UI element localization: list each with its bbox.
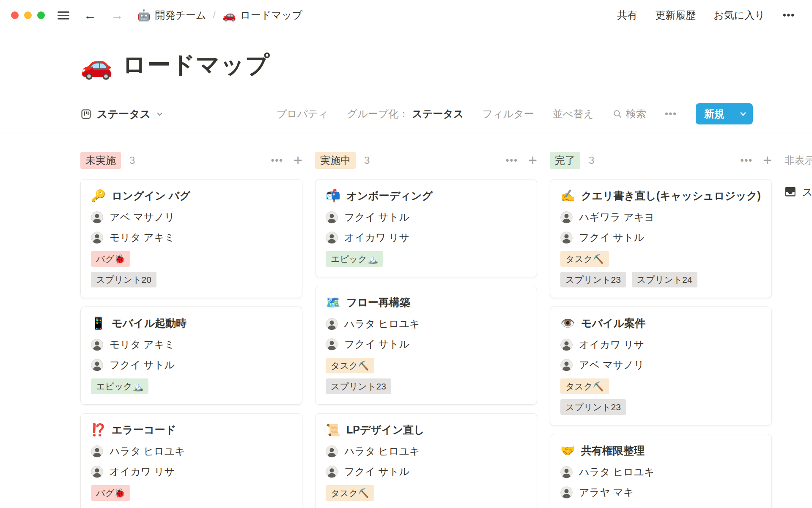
column-status-badge[interactable]: 未実施: [80, 152, 121, 169]
column-add-card-icon[interactable]: +: [294, 155, 302, 167]
tag-pill: スプリント20: [91, 272, 156, 287]
assignee: フクイ サトル: [326, 210, 527, 224]
assignee: フクイ サトル: [326, 465, 527, 478]
assignee-name: オイカワ リサ: [579, 338, 644, 351]
key-icon: 🔑: [91, 190, 106, 202]
tag-row: エピック🏔️: [326, 251, 527, 267]
hidden-group-no-status[interactable]: ステータスなし: [785, 184, 812, 199]
assignee-name: ハギワラ アキヨ: [579, 210, 655, 224]
tag-row: タスク⛏️: [560, 251, 761, 267]
assignee: オイカワ リサ: [326, 231, 527, 244]
new-button-chevron-icon[interactable]: [733, 103, 753, 124]
tag-pill: バグ🐞: [91, 485, 130, 501]
kanban-card[interactable]: 📱モバイル起動時モリタ アキミフクイ サトルエピック🏔️: [80, 306, 302, 405]
kanban-card[interactable]: 👁️モバイル案件オイカワ リサアベ マサノリタスク⛏️スプリント23: [550, 306, 772, 425]
breadcrumb: 🤖 開発チーム / 🚗 ロードマップ: [137, 8, 302, 22]
robot-icon: 🤖: [137, 9, 151, 22]
search-button[interactable]: 検索: [612, 107, 646, 121]
share-button[interactable]: 共有: [617, 8, 637, 22]
car-icon: 🚗: [222, 9, 236, 22]
assignee: ハラタ ヒロユキ: [326, 317, 527, 331]
view-tab-label: ステータス: [97, 107, 151, 121]
toolbar-more-icon[interactable]: •••: [665, 108, 677, 119]
column-add-card-icon[interactable]: +: [763, 155, 772, 167]
kanban-card[interactable]: ⁉️エラーコードハラタ ヒロユキオイカワ リサバグ🐞: [80, 413, 302, 508]
breadcrumb-item-roadmap[interactable]: 🚗 ロードマップ: [222, 8, 302, 22]
breadcrumb-item-team[interactable]: 🤖 開発チーム: [137, 8, 206, 22]
properties-button[interactable]: プロパティ: [277, 107, 329, 121]
kanban-card[interactable]: 📜LPデザイン直しハラタ ヒロユキフクイ サトルタスク⛏️: [315, 413, 537, 508]
window-titlebar: ← → 🤖 開発チーム / 🚗 ロードマップ 共有 更新履歴 お気に入り •••: [0, 0, 812, 30]
traffic-lights: [11, 11, 45, 19]
card-title-row: 📜LPデザイン直し: [326, 423, 527, 437]
assignee: ハラタ ヒロユキ: [560, 465, 761, 479]
tag-row: スプリント23: [326, 378, 527, 394]
card-title: クエリ書き直し(キャッシュロジック): [581, 189, 761, 203]
tag-pill: エピック🏔️: [91, 378, 148, 394]
column-status-badge[interactable]: 完了: [550, 152, 580, 169]
close-window-icon[interactable]: [11, 11, 19, 19]
column-more-icon[interactable]: •••: [741, 155, 753, 166]
kanban-card[interactable]: 🤝共有権限整理ハラタ ヒロユキアラヤ マキ: [550, 434, 772, 508]
assignee-name: フクイ サトル: [110, 358, 175, 372]
assignee: アラヤ マキ: [560, 486, 761, 499]
search-label: 検索: [626, 107, 646, 121]
sidebar-menu-icon[interactable]: [58, 11, 69, 19]
kanban-card[interactable]: ✍️クエリ書き直し(キャッシュロジック)ハギワラ アキヨフクイ サトルタスク⛏️…: [550, 179, 772, 298]
card-title: モバイル起動時: [112, 316, 187, 330]
favorite-button[interactable]: お気に入り: [713, 8, 765, 22]
assignee-name: フクイ サトル: [579, 231, 644, 244]
group-by-label: グループ化：: [347, 107, 409, 121]
view-tab-status[interactable]: ステータス: [80, 107, 164, 121]
assignee: アベ マサノリ: [560, 358, 761, 372]
assignee: アベ マサノリ: [91, 210, 292, 224]
sort-button[interactable]: 並べ替え: [553, 107, 594, 121]
card-title: LPデザイン直し: [346, 423, 425, 437]
card-title-row: 📬オンボーディング: [326, 189, 527, 203]
column-header: 未実施3•••+: [80, 152, 302, 169]
board-view-icon: [80, 108, 92, 120]
avatar: [560, 339, 573, 351]
filter-button[interactable]: フィルター: [483, 107, 534, 121]
back-icon[interactable]: ←: [84, 9, 96, 22]
assignee: フクイ サトル: [91, 358, 292, 372]
page-header: 🚗 ロードマップ: [80, 49, 812, 81]
group-by-button[interactable]: グループ化： ステータス: [347, 107, 464, 121]
page-title[interactable]: ロードマップ: [122, 49, 270, 81]
zoom-window-icon[interactable]: [37, 11, 45, 19]
assignee: モリタ アキミ: [91, 231, 292, 244]
avatar: [91, 466, 103, 478]
assignee-name: アベ マサノリ: [579, 358, 644, 372]
new-button[interactable]: 新規: [696, 103, 753, 124]
avatar: [91, 211, 103, 224]
tag-row: タスク⛏️: [560, 378, 761, 394]
page-icon-car[interactable]: 🚗: [80, 52, 113, 78]
card-title-row: 🔑ロングイン バグ: [91, 189, 292, 203]
updates-button[interactable]: 更新履歴: [655, 8, 696, 22]
card-title: エラーコード: [112, 423, 176, 437]
column-add-card-icon[interactable]: +: [528, 155, 537, 167]
card-title: モバイル案件: [581, 316, 645, 330]
avatar: [91, 339, 103, 351]
mobile-phone-icon: 📱: [91, 318, 106, 329]
column-status-badge[interactable]: 実施中: [315, 152, 356, 169]
avatar: [326, 466, 338, 478]
kanban-card[interactable]: 🗺️フロー再構築ハラタ ヒロユキフクイ サトルタスク⛏️スプリント23: [315, 286, 537, 405]
column-more-icon[interactable]: •••: [506, 155, 518, 166]
avatar: [560, 359, 573, 371]
more-menu-icon[interactable]: •••: [783, 10, 795, 21]
tag-row: エピック🏔️: [91, 378, 292, 394]
minimize-window-icon[interactable]: [24, 11, 32, 19]
writing-hand-icon: ✍️: [560, 190, 575, 202]
kanban-card[interactable]: 📬オンボーディングフクイ サトルオイカワ リサエピック🏔️: [315, 179, 537, 277]
tag-row: バグ🐞: [91, 251, 292, 267]
card-title-row: ✍️クエリ書き直し(キャッシュロジック): [560, 189, 761, 203]
column-more-icon[interactable]: •••: [271, 155, 283, 166]
assignee: フクイ サトル: [326, 337, 527, 351]
kanban-card[interactable]: 🔑ロングイン バグアベ マサノリモリタ アキミバグ🐞スプリント20: [80, 179, 302, 298]
assignee-name: フクイ サトル: [344, 337, 409, 351]
avatar: [326, 445, 338, 458]
card-title: フロー再構築: [346, 295, 410, 309]
breadcrumb-separator: /: [213, 10, 216, 21]
assignee: オイカワ リサ: [560, 338, 761, 351]
